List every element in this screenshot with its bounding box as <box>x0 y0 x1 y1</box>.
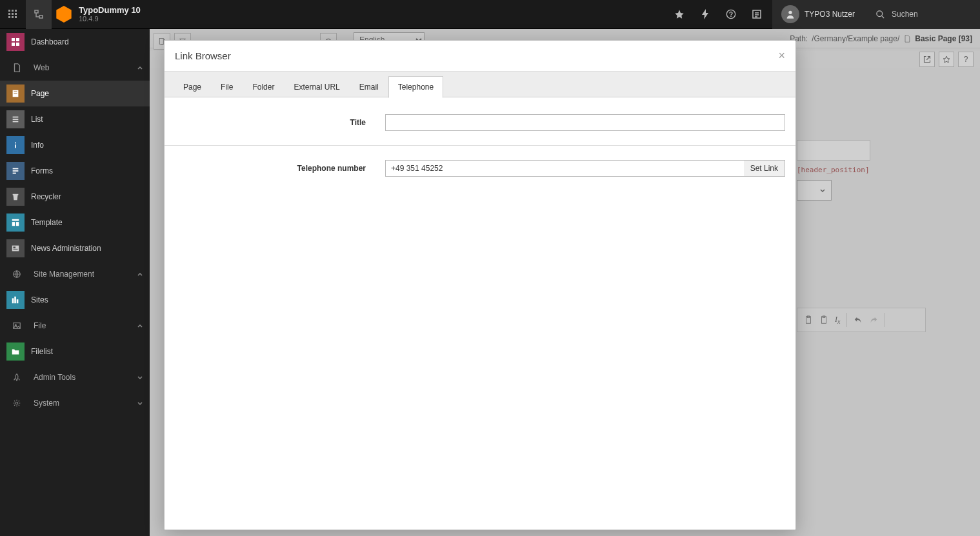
chevron-down-icon <box>137 374 143 381</box>
svg-rect-18 <box>12 43 15 46</box>
pagetree-toggle[interactable] <box>26 0 52 29</box>
svg-rect-30 <box>13 173 16 174</box>
title-input[interactable] <box>385 114 785 131</box>
svg-rect-0 <box>8 10 10 12</box>
svg-rect-7 <box>12 16 14 18</box>
sidebar-item-forms[interactable]: Forms <box>0 158 150 184</box>
opendocs-button[interactable] <box>744 0 770 29</box>
sidebar-group-file[interactable]: File <box>0 313 150 339</box>
sidebar-item-label: Info <box>31 141 44 150</box>
sidebar-item-filelist[interactable]: Filelist <box>0 339 150 364</box>
sidebar-item-list[interactable]: List <box>0 106 150 132</box>
svg-rect-33 <box>16 222 19 226</box>
svg-rect-16 <box>12 38 15 41</box>
set-link-button[interactable]: Set Link <box>744 160 785 177</box>
telephone-label: Telephone number <box>175 164 385 173</box>
tab-telephone[interactable]: Telephone <box>388 76 443 98</box>
person-icon <box>785 9 795 19</box>
clear-cache-button[interactable] <box>692 0 718 29</box>
topbar-left: TypoDummy 10 10.4.9 <box>0 0 148 28</box>
sidebar-item-label: List <box>31 115 43 124</box>
svg-point-43 <box>15 402 18 404</box>
svg-rect-29 <box>13 170 19 172</box>
tab-email[interactable]: Email <box>350 75 388 97</box>
svg-rect-38 <box>12 298 14 303</box>
sidebar-item-page[interactable]: Page <box>0 81 150 106</box>
svg-rect-6 <box>8 16 10 18</box>
svg-point-15 <box>877 10 883 16</box>
telephone-input[interactable] <box>385 160 744 177</box>
trash-icon <box>6 188 25 206</box>
modal-close-button[interactable]: × <box>778 49 785 63</box>
svg-rect-9 <box>35 10 38 13</box>
svg-rect-17 <box>16 38 19 41</box>
sidebar-group-admin[interactable]: Admin Tools <box>0 364 150 390</box>
dashboard-icon <box>6 33 25 51</box>
star-icon <box>674 9 685 19</box>
svg-rect-2 <box>15 10 17 12</box>
link-browser-modal: Link Browser × Page File Folder External… <box>164 40 796 530</box>
modal-tabs: Page File Folder External URL Email Tele… <box>165 72 795 97</box>
sidebar-item-label: Page <box>31 89 49 98</box>
chevron-down-icon <box>137 400 143 406</box>
logo-text: TypoDummy 10 10.4.9 <box>79 5 141 24</box>
rocket-icon <box>6 367 27 388</box>
sidebar-group-label: System <box>34 399 59 408</box>
module-menu-toggle[interactable] <box>0 0 26 29</box>
svg-rect-23 <box>13 117 19 118</box>
chevron-up-icon <box>137 271 143 277</box>
sidebar-item-recycler[interactable]: Recycler <box>0 184 150 210</box>
page-icon <box>6 84 25 103</box>
sidebar-group-site[interactable]: Site Management <box>0 261 150 287</box>
bookmarks-button[interactable] <box>666 0 692 29</box>
sidebar-group-label: Site Management <box>34 270 94 279</box>
modal-title: Link Browser <box>175 50 231 61</box>
form-row-title: Title <box>165 106 795 146</box>
avatar <box>781 5 799 23</box>
list-box-icon <box>752 9 762 19</box>
sidebar-group-label: Web <box>34 63 49 72</box>
logo[interactable]: TypoDummy 10 10.4.9 <box>52 0 148 29</box>
title-label: Title <box>175 118 385 127</box>
image-icon <box>6 315 27 336</box>
tab-page[interactable]: Page <box>174 75 211 97</box>
sidebar-group-web[interactable]: Web <box>0 55 150 81</box>
app-version: 10.4.9 <box>79 15 141 23</box>
tree-icon <box>34 9 44 19</box>
tab-folder[interactable]: Folder <box>243 75 284 97</box>
svg-rect-4 <box>12 13 14 15</box>
typo3-icon <box>55 6 72 23</box>
template-icon <box>6 213 25 232</box>
modal-body: Title Telephone number Set Link <box>165 97 795 184</box>
sidebar-item-dashboard[interactable]: Dashboard <box>0 29 150 55</box>
sidebar-item-label: News Administration <box>31 244 101 253</box>
svg-point-14 <box>788 11 792 14</box>
tab-external-url[interactable]: External URL <box>284 75 349 97</box>
search-icon <box>875 10 885 19</box>
sites-icon <box>6 291 25 309</box>
svg-rect-32 <box>12 222 15 226</box>
sidebar-group-label: Admin Tools <box>34 373 75 382</box>
topbar-right: TYPO3 Nutzer Suchen <box>666 0 980 28</box>
svg-rect-31 <box>12 219 19 221</box>
tab-file[interactable]: File <box>211 75 243 97</box>
document-icon <box>6 57 27 78</box>
sidebar-item-template[interactable]: Template <box>0 210 150 235</box>
sidebar-group-system[interactable]: System <box>0 390 150 416</box>
sidebar-item-news[interactable]: News Administration <box>0 235 150 261</box>
gear-icon <box>6 393 27 413</box>
sidebar-item-sites[interactable]: Sites <box>0 287 150 313</box>
svg-rect-27 <box>15 144 16 148</box>
svg-rect-3 <box>8 13 10 15</box>
svg-rect-10 <box>39 15 43 18</box>
search-placeholder: Suchen <box>892 10 918 19</box>
svg-rect-26 <box>15 143 16 144</box>
grid-icon <box>8 9 18 19</box>
svg-rect-40 <box>17 299 19 303</box>
sidebar-item-label: Recycler <box>31 192 61 201</box>
user-menu[interactable]: TYPO3 Nutzer <box>772 0 864 29</box>
chevron-up-icon <box>137 323 143 329</box>
help-button[interactable] <box>718 0 744 29</box>
sidebar-item-info[interactable]: Info <box>0 132 150 158</box>
live-search[interactable]: Suchen <box>864 0 980 29</box>
